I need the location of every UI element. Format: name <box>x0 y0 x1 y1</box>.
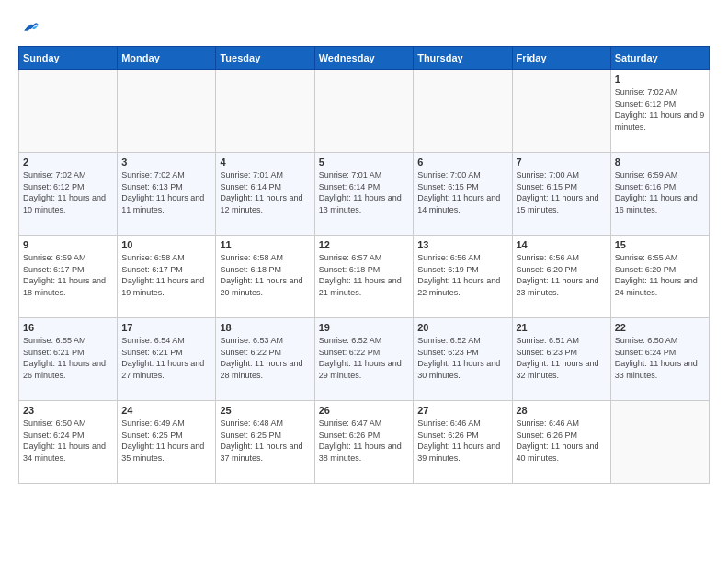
calendar-cell: 14Sunrise: 6:56 AM Sunset: 6:20 PM Dayli… <box>512 236 610 318</box>
day-detail: Sunrise: 6:50 AM Sunset: 6:24 PM Dayligh… <box>615 335 705 381</box>
day-detail: Sunrise: 6:49 AM Sunset: 6:25 PM Dayligh… <box>121 418 211 464</box>
calendar-cell: 21Sunrise: 6:51 AM Sunset: 6:23 PM Dayli… <box>512 318 610 401</box>
day-number: 26 <box>319 405 409 416</box>
logo-bird-icon <box>21 18 40 37</box>
day-detail: Sunrise: 6:47 AM Sunset: 6:26 PM Dayligh… <box>319 418 409 464</box>
column-header-friday: Friday <box>512 47 610 70</box>
day-detail: Sunrise: 6:54 AM Sunset: 6:21 PM Dayligh… <box>121 335 211 381</box>
day-detail: Sunrise: 7:02 AM Sunset: 6:12 PM Dayligh… <box>23 169 113 215</box>
calendar-cell: 10Sunrise: 6:58 AM Sunset: 6:17 PM Dayli… <box>118 236 216 318</box>
calendar-cell <box>610 401 709 484</box>
calendar-cell <box>512 70 610 153</box>
calendar-week-row: 1Sunrise: 7:02 AM Sunset: 6:12 PM Daylig… <box>19 70 710 153</box>
day-number: 10 <box>121 239 211 250</box>
day-number: 19 <box>319 322 409 333</box>
day-number: 16 <box>23 322 113 333</box>
day-number: 9 <box>23 239 113 250</box>
calendar-week-row: 9Sunrise: 6:59 AM Sunset: 6:17 PM Daylig… <box>19 236 710 318</box>
day-detail: Sunrise: 6:59 AM Sunset: 6:17 PM Dayligh… <box>23 252 113 298</box>
calendar-week-row: 2Sunrise: 7:02 AM Sunset: 6:12 PM Daylig… <box>19 153 710 236</box>
column-header-thursday: Thursday <box>414 47 512 70</box>
day-number: 27 <box>417 405 507 416</box>
calendar-cell: 1Sunrise: 7:02 AM Sunset: 6:12 PM Daylig… <box>610 70 709 153</box>
day-number: 12 <box>319 239 409 250</box>
day-detail: Sunrise: 6:55 AM Sunset: 6:20 PM Dayligh… <box>615 252 705 298</box>
day-number: 15 <box>615 239 705 250</box>
calendar-cell <box>19 70 118 153</box>
column-header-sunday: Sunday <box>19 47 118 70</box>
day-number: 7 <box>517 156 607 167</box>
day-number: 4 <box>220 156 310 167</box>
day-detail: Sunrise: 6:46 AM Sunset: 6:26 PM Dayligh… <box>417 418 507 464</box>
calendar-cell: 7Sunrise: 7:00 AM Sunset: 6:15 PM Daylig… <box>512 153 610 236</box>
day-detail: Sunrise: 6:55 AM Sunset: 6:21 PM Dayligh… <box>23 335 113 381</box>
day-number: 2 <box>23 156 113 167</box>
day-detail: Sunrise: 6:46 AM Sunset: 6:26 PM Dayligh… <box>517 418 607 464</box>
day-detail: Sunrise: 6:52 AM Sunset: 6:22 PM Dayligh… <box>319 335 409 381</box>
column-header-monday: Monday <box>118 47 216 70</box>
day-number: 18 <box>220 322 310 333</box>
day-detail: Sunrise: 6:52 AM Sunset: 6:23 PM Dayligh… <box>417 335 507 381</box>
day-detail: Sunrise: 6:48 AM Sunset: 6:25 PM Dayligh… <box>220 418 310 464</box>
page-header <box>18 18 710 37</box>
day-detail: Sunrise: 7:01 AM Sunset: 6:14 PM Dayligh… <box>319 169 409 215</box>
column-header-tuesday: Tuesday <box>216 47 314 70</box>
calendar-cell: 18Sunrise: 6:53 AM Sunset: 6:22 PM Dayli… <box>216 318 314 401</box>
calendar-cell: 5Sunrise: 7:01 AM Sunset: 6:14 PM Daylig… <box>314 153 413 236</box>
day-number: 25 <box>220 405 310 416</box>
day-detail: Sunrise: 6:58 AM Sunset: 6:17 PM Dayligh… <box>121 252 211 298</box>
day-number: 3 <box>121 156 211 167</box>
calendar-header-row: SundayMondayTuesdayWednesdayThursdayFrid… <box>19 47 710 70</box>
calendar-cell: 15Sunrise: 6:55 AM Sunset: 6:20 PM Dayli… <box>610 236 709 318</box>
calendar-cell: 2Sunrise: 7:02 AM Sunset: 6:12 PM Daylig… <box>19 153 118 236</box>
day-number: 24 <box>121 405 211 416</box>
day-detail: Sunrise: 6:56 AM Sunset: 6:19 PM Dayligh… <box>417 252 507 298</box>
day-number: 8 <box>615 156 705 167</box>
day-detail: Sunrise: 6:50 AM Sunset: 6:24 PM Dayligh… <box>23 418 113 464</box>
calendar-cell: 22Sunrise: 6:50 AM Sunset: 6:24 PM Dayli… <box>610 318 709 401</box>
day-detail: Sunrise: 6:58 AM Sunset: 6:18 PM Dayligh… <box>220 252 310 298</box>
calendar-cell: 13Sunrise: 6:56 AM Sunset: 6:19 PM Dayli… <box>414 236 512 318</box>
day-number: 6 <box>417 156 507 167</box>
calendar-cell: 8Sunrise: 6:59 AM Sunset: 6:16 PM Daylig… <box>610 153 709 236</box>
day-detail: Sunrise: 6:56 AM Sunset: 6:20 PM Dayligh… <box>517 252 607 298</box>
day-number: 13 <box>417 239 507 250</box>
calendar-cell: 12Sunrise: 6:57 AM Sunset: 6:18 PM Dayli… <box>314 236 413 318</box>
day-number: 17 <box>121 322 211 333</box>
day-number: 14 <box>517 239 607 250</box>
calendar-week-row: 16Sunrise: 6:55 AM Sunset: 6:21 PM Dayli… <box>19 318 710 401</box>
calendar-cell: 17Sunrise: 6:54 AM Sunset: 6:21 PM Dayli… <box>118 318 216 401</box>
day-detail: Sunrise: 7:01 AM Sunset: 6:14 PM Dayligh… <box>220 169 310 215</box>
day-detail: Sunrise: 6:59 AM Sunset: 6:16 PM Dayligh… <box>615 169 705 215</box>
day-detail: Sunrise: 7:00 AM Sunset: 6:15 PM Dayligh… <box>417 169 507 215</box>
calendar-cell: 3Sunrise: 7:02 AM Sunset: 6:13 PM Daylig… <box>118 153 216 236</box>
day-detail: Sunrise: 7:02 AM Sunset: 6:13 PM Dayligh… <box>121 169 211 215</box>
calendar-cell <box>118 70 216 153</box>
day-number: 22 <box>615 322 705 333</box>
calendar-cell: 27Sunrise: 6:46 AM Sunset: 6:26 PM Dayli… <box>414 401 512 484</box>
calendar-cell: 11Sunrise: 6:58 AM Sunset: 6:18 PM Dayli… <box>216 236 314 318</box>
day-detail: Sunrise: 6:51 AM Sunset: 6:23 PM Dayligh… <box>517 335 607 381</box>
calendar-cell: 24Sunrise: 6:49 AM Sunset: 6:25 PM Dayli… <box>118 401 216 484</box>
calendar-cell: 28Sunrise: 6:46 AM Sunset: 6:26 PM Dayli… <box>512 401 610 484</box>
logo <box>18 18 40 37</box>
calendar-cell: 20Sunrise: 6:52 AM Sunset: 6:23 PM Dayli… <box>414 318 512 401</box>
day-number: 21 <box>517 322 607 333</box>
column-header-saturday: Saturday <box>610 47 709 70</box>
calendar-cell: 19Sunrise: 6:52 AM Sunset: 6:22 PM Dayli… <box>314 318 413 401</box>
day-number: 5 <box>319 156 409 167</box>
day-detail: Sunrise: 6:57 AM Sunset: 6:18 PM Dayligh… <box>319 252 409 298</box>
calendar-cell: 16Sunrise: 6:55 AM Sunset: 6:21 PM Dayli… <box>19 318 118 401</box>
day-number: 23 <box>23 405 113 416</box>
calendar-cell: 26Sunrise: 6:47 AM Sunset: 6:26 PM Dayli… <box>314 401 413 484</box>
calendar-cell <box>314 70 413 153</box>
day-detail: Sunrise: 6:53 AM Sunset: 6:22 PM Dayligh… <box>220 335 310 381</box>
calendar-cell: 9Sunrise: 6:59 AM Sunset: 6:17 PM Daylig… <box>19 236 118 318</box>
calendar-week-row: 23Sunrise: 6:50 AM Sunset: 6:24 PM Dayli… <box>19 401 710 484</box>
calendar-cell: 6Sunrise: 7:00 AM Sunset: 6:15 PM Daylig… <box>414 153 512 236</box>
day-number: 28 <box>517 405 607 416</box>
day-detail: Sunrise: 7:00 AM Sunset: 6:15 PM Dayligh… <box>517 169 607 215</box>
day-number: 11 <box>220 239 310 250</box>
calendar-cell: 25Sunrise: 6:48 AM Sunset: 6:25 PM Dayli… <box>216 401 314 484</box>
column-header-wednesday: Wednesday <box>314 47 413 70</box>
